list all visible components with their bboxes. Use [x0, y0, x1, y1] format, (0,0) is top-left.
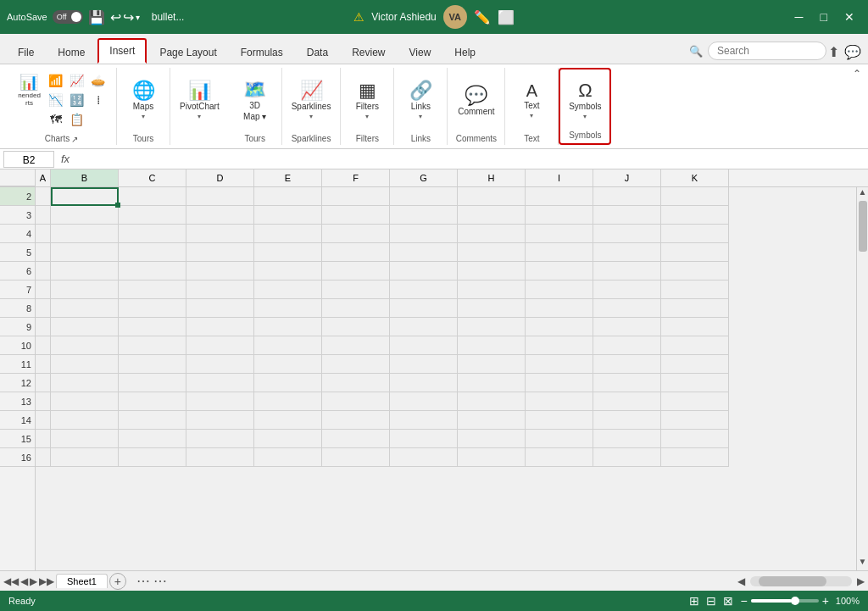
cell-F15[interactable]: [322, 430, 390, 448]
cell-E10[interactable]: [254, 336, 322, 355]
scroll-up-button[interactable]: ▲: [857, 187, 869, 201]
cell-D14[interactable]: [186, 411, 254, 430]
cell-B10[interactable]: [51, 336, 119, 355]
cell-F16[interactable]: [322, 448, 390, 467]
cell-A13[interactable]: [36, 392, 51, 411]
cell-I14[interactable]: [526, 411, 593, 430]
row-number-3[interactable]: 3: [0, 206, 35, 225]
scroll-down-button[interactable]: ▼: [857, 557, 869, 570]
filters-button[interactable]: ▦ Filters ▾: [346, 79, 388, 123]
page-break-view-button[interactable]: ⊠: [723, 594, 733, 608]
cell-K3[interactable]: [661, 206, 729, 225]
row-number-6[interactable]: 6: [0, 262, 35, 281]
row-number-7[interactable]: 7: [0, 281, 35, 299]
cell-E3[interactable]: [254, 206, 322, 225]
cell-I8[interactable]: [526, 299, 593, 318]
cell-B6[interactable]: [51, 262, 119, 281]
cell-H9[interactable]: [458, 318, 526, 336]
zoom-handle[interactable]: [791, 597, 799, 605]
cell-K14[interactable]: [661, 411, 729, 430]
cell-D9[interactable]: [186, 318, 254, 336]
cell-D15[interactable]: [186, 430, 254, 448]
cell-G10[interactable]: [390, 336, 458, 355]
cell-F8[interactable]: [322, 299, 390, 318]
tab-formulas[interactable]: Formulas: [230, 41, 294, 64]
scroll-track[interactable]: [857, 201, 869, 557]
maps-button[interactable]: 🌐 Maps ▾: [122, 79, 164, 123]
horizontal-scroll-track[interactable]: [750, 576, 852, 586]
cell-A9[interactable]: [36, 318, 51, 336]
cell-I5[interactable]: [526, 243, 593, 262]
cell-K5[interactable]: [661, 243, 729, 262]
cell-J16[interactable]: [593, 448, 661, 467]
cell-J5[interactable]: [593, 243, 661, 262]
cell-G11[interactable]: [390, 355, 458, 374]
row-number-13[interactable]: 13: [0, 392, 35, 411]
cell-K2[interactable]: [661, 187, 729, 206]
row-number-12[interactable]: 12: [0, 374, 35, 392]
cell-D11[interactable]: [186, 355, 254, 374]
autosave-toggle[interactable]: Off: [53, 10, 83, 24]
cell-ref-box[interactable]: B2: [3, 151, 54, 168]
cell-H10[interactable]: [458, 336, 526, 355]
cell-B11[interactable]: [51, 355, 119, 374]
sheet-nav-prev[interactable]: ◀: [20, 575, 28, 587]
cell-A15[interactable]: [36, 430, 51, 448]
row-number-10[interactable]: 10: [0, 336, 35, 355]
cell-G6[interactable]: [390, 262, 458, 281]
sheet-nav-last[interactable]: ▶▶: [39, 575, 54, 587]
cell-F10[interactable]: [322, 336, 390, 355]
cell-G14[interactable]: [390, 411, 458, 430]
vertical-scrollbar[interactable]: ▲ ▼: [856, 187, 868, 570]
cell-G4[interactable]: [390, 225, 458, 243]
cell-J3[interactable]: [593, 206, 661, 225]
cell-J6[interactable]: [593, 262, 661, 281]
cell-B7[interactable]: [51, 281, 119, 299]
search-input[interactable]: [708, 42, 826, 60]
row-number-2[interactable]: 2: [0, 187, 35, 206]
cell-J11[interactable]: [593, 355, 661, 374]
cell-D13[interactable]: [186, 392, 254, 411]
cell-B8[interactable]: [51, 299, 119, 318]
sheet-nav-next[interactable]: ▶: [30, 575, 37, 587]
col-header-A[interactable]: A: [36, 169, 51, 186]
cell-D6[interactable]: [186, 262, 254, 281]
cell-C3[interactable]: [119, 206, 186, 225]
cell-F9[interactable]: [322, 318, 390, 336]
charts-launcher[interactable]: ↗: [71, 135, 78, 144]
row-number-8[interactable]: 8: [0, 299, 35, 318]
col-header-I[interactable]: I: [526, 169, 593, 186]
cell-A2[interactable]: [36, 187, 51, 206]
cell-F4[interactable]: [322, 225, 390, 243]
cell-H15[interactable]: [458, 430, 526, 448]
cell-I15[interactable]: [526, 430, 593, 448]
scatter-chart-button[interactable]: ⁞: [88, 91, 108, 109]
cell-B15[interactable]: [51, 430, 119, 448]
close-button[interactable]: ✕: [837, 7, 861, 27]
zoom-plus-button[interactable]: +: [822, 594, 829, 608]
scroll-thumb[interactable]: [859, 201, 867, 252]
add-sheet-button[interactable]: +: [109, 573, 126, 590]
cell-H11[interactable]: [458, 355, 526, 374]
cell-C9[interactable]: [119, 318, 186, 336]
cell-B12[interactable]: [51, 374, 119, 392]
maximize-button[interactable]: □: [814, 7, 834, 27]
redo-button[interactable]: ↪: [123, 9, 134, 25]
cell-I7[interactable]: [526, 281, 593, 299]
avatar[interactable]: VA: [443, 5, 467, 29]
share-icon[interactable]: ⬆: [828, 44, 839, 60]
cell-A7[interactable]: [36, 281, 51, 299]
tab-data[interactable]: Data: [296, 41, 339, 64]
cell-F2[interactable]: [322, 187, 390, 206]
cell-F3[interactable]: [322, 206, 390, 225]
row-number-5[interactable]: 5: [0, 243, 35, 262]
cell-K12[interactable]: [661, 374, 729, 392]
col-header-E[interactable]: E: [254, 169, 322, 186]
cell-D4[interactable]: [186, 225, 254, 243]
cell-J15[interactable]: [593, 430, 661, 448]
cell-E16[interactable]: [254, 448, 322, 467]
col-header-J[interactable]: J: [593, 169, 661, 186]
cell-E9[interactable]: [254, 318, 322, 336]
line-chart-button[interactable]: 📈: [67, 71, 87, 90]
cell-C5[interactable]: [119, 243, 186, 262]
